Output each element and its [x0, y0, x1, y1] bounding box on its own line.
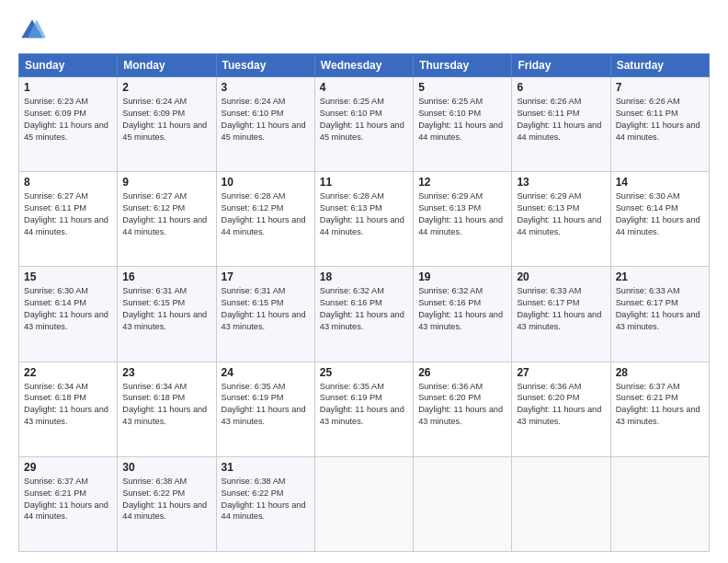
calendar-cell: 24Sunrise: 6:35 AMSunset: 6:19 PMDayligh…: [216, 362, 314, 456]
calendar-cell: 19Sunrise: 6:32 AMSunset: 6:16 PMDayligh…: [414, 267, 512, 362]
day-info: Sunrise: 6:36 AMSunset: 6:20 PMDaylight:…: [517, 381, 605, 429]
calendar-cell: 12Sunrise: 6:29 AMSunset: 6:13 PMDayligh…: [414, 172, 512, 267]
day-number: 24: [222, 366, 310, 379]
day-headers-row: SundayMondayTuesdayWednesdayThursdayFrid…: [19, 54, 710, 77]
week-row-1: 8Sunrise: 6:27 AMSunset: 6:11 PMDaylight…: [19, 172, 710, 267]
calendar-cell: 1Sunrise: 6:23 AMSunset: 6:09 PMDaylight…: [19, 77, 118, 172]
day-info: Sunrise: 6:27 AMSunset: 6:12 PMDaylight:…: [122, 190, 210, 238]
logo-icon: [18, 17, 46, 44]
day-info: Sunrise: 6:29 AMSunset: 6:13 PMDaylight:…: [517, 190, 605, 238]
calendar-cell: 11Sunrise: 6:28 AMSunset: 6:13 PMDayligh…: [314, 172, 413, 267]
calendar-cell: 30Sunrise: 6:38 AMSunset: 6:22 PMDayligh…: [118, 456, 216, 551]
day-number: 14: [616, 176, 704, 189]
day-info: Sunrise: 6:31 AMSunset: 6:15 PMDaylight:…: [122, 285, 210, 333]
calendar-cell: 25Sunrise: 6:35 AMSunset: 6:19 PMDayligh…: [314, 362, 413, 456]
day-number: 19: [418, 270, 506, 283]
week-row-4: 29Sunrise: 6:37 AMSunset: 6:21 PMDayligh…: [19, 456, 710, 551]
calendar-cell: 5Sunrise: 6:25 AMSunset: 6:10 PMDaylight…: [414, 77, 512, 172]
calendar-cell: 14Sunrise: 6:30 AMSunset: 6:14 PMDayligh…: [610, 172, 709, 267]
day-info: Sunrise: 6:29 AMSunset: 6:13 PMDaylight:…: [418, 190, 506, 238]
calendar-cell: 6Sunrise: 6:26 AMSunset: 6:11 PMDaylight…: [512, 77, 610, 172]
day-number: 5: [418, 81, 506, 94]
calendar-cell: 18Sunrise: 6:32 AMSunset: 6:16 PMDayligh…: [314, 267, 413, 362]
day-info: Sunrise: 6:38 AMSunset: 6:22 PMDaylight:…: [122, 476, 210, 523]
day-header-monday: Monday: [118, 54, 216, 77]
calendar-cell: 29Sunrise: 6:37 AMSunset: 6:21 PMDayligh…: [19, 456, 118, 551]
day-number: 30: [122, 461, 210, 474]
logo: [18, 17, 50, 44]
calendar-cell: 2Sunrise: 6:24 AMSunset: 6:09 PMDaylight…: [118, 77, 216, 172]
day-info: Sunrise: 6:38 AMSunset: 6:22 PMDaylight:…: [222, 476, 310, 523]
calendar-cell: 21Sunrise: 6:33 AMSunset: 6:17 PMDayligh…: [610, 267, 709, 362]
week-row-2: 15Sunrise: 6:30 AMSunset: 6:14 PMDayligh…: [19, 267, 710, 362]
day-number: 23: [122, 366, 210, 379]
day-number: 22: [24, 366, 112, 379]
calendar-cell: 26Sunrise: 6:36 AMSunset: 6:20 PMDayligh…: [414, 362, 512, 456]
header: [18, 17, 710, 44]
calendar-cell: 16Sunrise: 6:31 AMSunset: 6:15 PMDayligh…: [118, 267, 216, 362]
calendar-cell: 7Sunrise: 6:26 AMSunset: 6:11 PMDaylight…: [610, 77, 709, 172]
day-info: Sunrise: 6:28 AMSunset: 6:13 PMDaylight:…: [320, 190, 408, 238]
day-header-thursday: Thursday: [414, 54, 512, 77]
day-number: 16: [122, 270, 210, 283]
day-info: Sunrise: 6:23 AMSunset: 6:09 PMDaylight:…: [24, 96, 112, 144]
day-number: 27: [517, 366, 605, 379]
day-info: Sunrise: 6:33 AMSunset: 6:17 PMDaylight:…: [616, 285, 704, 333]
calendar-cell: [314, 456, 413, 551]
day-info: Sunrise: 6:33 AMSunset: 6:17 PMDaylight:…: [517, 285, 605, 333]
day-number: 10: [222, 176, 310, 189]
day-info: Sunrise: 6:24 AMSunset: 6:10 PMDaylight:…: [222, 96, 310, 144]
calendar-cell: 10Sunrise: 6:28 AMSunset: 6:12 PMDayligh…: [216, 172, 314, 267]
day-info: Sunrise: 6:30 AMSunset: 6:14 PMDaylight:…: [24, 285, 112, 333]
day-info: Sunrise: 6:32 AMSunset: 6:16 PMDaylight:…: [418, 285, 506, 333]
day-info: Sunrise: 6:37 AMSunset: 6:21 PMDaylight:…: [616, 381, 704, 429]
day-info: Sunrise: 6:36 AMSunset: 6:20 PMDaylight:…: [418, 381, 506, 429]
day-number: 7: [616, 81, 704, 94]
calendar-cell: 9Sunrise: 6:27 AMSunset: 6:12 PMDaylight…: [118, 172, 216, 267]
calendar-cell: [610, 456, 709, 551]
day-info: Sunrise: 6:30 AMSunset: 6:14 PMDaylight:…: [616, 190, 704, 238]
day-number: 28: [616, 366, 704, 379]
day-number: 20: [517, 270, 605, 283]
day-info: Sunrise: 6:25 AMSunset: 6:10 PMDaylight:…: [418, 96, 506, 144]
calendar-cell: [414, 456, 512, 551]
day-number: 8: [24, 176, 112, 189]
day-number: 21: [616, 270, 704, 283]
week-row-0: 1Sunrise: 6:23 AMSunset: 6:09 PMDaylight…: [19, 77, 710, 172]
calendar-cell: 22Sunrise: 6:34 AMSunset: 6:18 PMDayligh…: [19, 362, 118, 456]
calendar-cell: 27Sunrise: 6:36 AMSunset: 6:20 PMDayligh…: [512, 362, 610, 456]
calendar-header: SundayMondayTuesdayWednesdayThursdayFrid…: [19, 54, 710, 77]
day-info: Sunrise: 6:26 AMSunset: 6:11 PMDaylight:…: [517, 96, 605, 144]
calendar-cell: 8Sunrise: 6:27 AMSunset: 6:11 PMDaylight…: [19, 172, 118, 267]
day-info: Sunrise: 6:28 AMSunset: 6:12 PMDaylight:…: [222, 190, 310, 238]
day-info: Sunrise: 6:35 AMSunset: 6:19 PMDaylight:…: [222, 381, 310, 429]
day-number: 1: [24, 81, 112, 94]
calendar-body: 1Sunrise: 6:23 AMSunset: 6:09 PMDaylight…: [19, 77, 710, 552]
calendar-cell: 3Sunrise: 6:24 AMSunset: 6:10 PMDaylight…: [216, 77, 314, 172]
day-number: 31: [222, 461, 310, 474]
day-number: 18: [320, 270, 408, 283]
day-number: 29: [24, 461, 112, 474]
day-number: 13: [517, 176, 605, 189]
calendar-cell: 28Sunrise: 6:37 AMSunset: 6:21 PMDayligh…: [610, 362, 709, 456]
day-number: 25: [320, 366, 408, 379]
day-number: 4: [320, 81, 408, 94]
day-info: Sunrise: 6:26 AMSunset: 6:11 PMDaylight:…: [616, 96, 704, 144]
day-info: Sunrise: 6:34 AMSunset: 6:18 PMDaylight:…: [24, 381, 112, 429]
day-number: 2: [122, 81, 210, 94]
day-number: 6: [517, 81, 605, 94]
day-number: 26: [418, 366, 506, 379]
day-info: Sunrise: 6:37 AMSunset: 6:21 PMDaylight:…: [24, 476, 112, 523]
calendar-cell: 15Sunrise: 6:30 AMSunset: 6:14 PMDayligh…: [19, 267, 118, 362]
calendar-cell: 17Sunrise: 6:31 AMSunset: 6:15 PMDayligh…: [216, 267, 314, 362]
day-header-tuesday: Tuesday: [216, 54, 314, 77]
day-number: 17: [222, 270, 310, 283]
day-info: Sunrise: 6:35 AMSunset: 6:19 PMDaylight:…: [320, 381, 408, 429]
day-number: 9: [122, 176, 210, 189]
week-row-3: 22Sunrise: 6:34 AMSunset: 6:18 PMDayligh…: [19, 362, 710, 456]
day-header-sunday: Sunday: [19, 54, 118, 77]
calendar-cell: 13Sunrise: 6:29 AMSunset: 6:13 PMDayligh…: [512, 172, 610, 267]
day-header-saturday: Saturday: [610, 54, 709, 77]
day-info: Sunrise: 6:24 AMSunset: 6:09 PMDaylight:…: [122, 96, 210, 144]
calendar-cell: [512, 456, 610, 551]
